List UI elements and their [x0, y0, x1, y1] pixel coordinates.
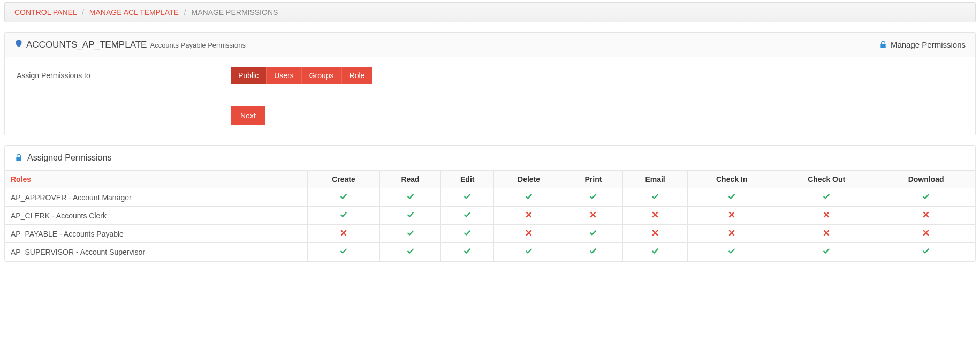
- perm-cell: [877, 225, 975, 243]
- perm-cell: [622, 243, 687, 261]
- check-icon: [407, 193, 414, 200]
- tab-role[interactable]: Role: [341, 67, 373, 84]
- perm-cell: [564, 225, 623, 243]
- check-icon: [407, 229, 414, 237]
- tab-public[interactable]: Public: [231, 67, 266, 84]
- perm-cell: [494, 225, 564, 243]
- role-cell: AP_SUPERVISOR - Account Supervisor: [5, 243, 308, 261]
- check-icon: [340, 247, 347, 255]
- check-icon: [525, 247, 533, 255]
- lock-icon: [14, 154, 23, 162]
- lock-icon: [879, 41, 887, 49]
- table-row: AP_APPROVER - Account Manager: [5, 188, 975, 207]
- check-icon: [922, 193, 930, 200]
- check-icon: [589, 229, 597, 237]
- perm-cell: [776, 225, 877, 243]
- perm-cell: [494, 243, 564, 261]
- column-header: Create: [308, 171, 379, 188]
- perm-cell: [441, 225, 494, 243]
- perm-cell: [776, 188, 877, 207]
- cross-icon: [525, 229, 533, 237]
- manage-permissions-label: Manage Permissions: [891, 40, 966, 49]
- perm-cell: [877, 188, 975, 207]
- perm-cell: [308, 225, 379, 243]
- perm-cell: [622, 225, 687, 243]
- check-icon: [464, 211, 471, 218]
- check-icon: [922, 247, 930, 255]
- role-cell: AP_APPROVER - Account Manager: [5, 188, 308, 207]
- column-header: Print: [564, 171, 623, 188]
- column-header: Check In: [688, 171, 776, 188]
- breadcrumb-link-manage-acl-template[interactable]: MANAGE ACL TEMPLATE: [89, 8, 179, 17]
- table-row: AP_PAYABLE - Accounts Payable: [5, 225, 975, 243]
- check-icon: [464, 193, 471, 200]
- breadcrumb: CONTROL PANEL / MANAGE ACL TEMPLATE / MA…: [4, 2, 976, 22]
- assigned-section-header: Assigned Permissions: [5, 146, 975, 170]
- perm-cell: [494, 188, 564, 207]
- check-icon: [464, 247, 471, 255]
- perm-cell: [308, 207, 379, 225]
- breadcrumb-separator: /: [181, 8, 189, 17]
- breadcrumb-current: MANAGE PERMISSIONS: [192, 8, 278, 17]
- breadcrumb-separator: /: [79, 8, 87, 17]
- check-icon: [340, 193, 347, 200]
- role-cell: AP_CLERK - Accounts Clerk: [5, 207, 308, 225]
- check-icon: [651, 193, 659, 200]
- tab-groups[interactable]: Groups: [301, 67, 341, 84]
- check-icon: [823, 193, 830, 200]
- panel-body: Assign Permissions to Public Users Group…: [5, 57, 975, 135]
- table-head: Roles CreateReadEditDeletePrintEmailChec…: [5, 171, 975, 188]
- perm-cell: [494, 207, 564, 225]
- check-icon: [823, 247, 830, 255]
- perm-cell: [622, 188, 687, 207]
- perm-cell: [564, 243, 623, 261]
- assigned-section-title: Assigned Permissions: [27, 153, 111, 163]
- cross-icon: [651, 211, 659, 218]
- next-button[interactable]: Next: [231, 106, 265, 125]
- check-icon: [728, 247, 735, 255]
- column-header: Email: [622, 171, 687, 188]
- column-header: Check Out: [776, 171, 877, 188]
- perm-cell: [877, 243, 975, 261]
- column-roles: Roles: [5, 171, 308, 188]
- cross-icon: [728, 229, 735, 237]
- permissions-table: Roles CreateReadEditDeletePrintEmailChec…: [5, 170, 975, 261]
- perm-cell: [379, 225, 441, 243]
- perm-cell: [776, 243, 877, 261]
- perm-cell: [688, 188, 776, 207]
- perm-cell: [622, 207, 687, 225]
- perm-cell: [877, 207, 975, 225]
- panel-header-right: Manage Permissions: [879, 40, 966, 49]
- perm-cell: [441, 188, 494, 207]
- perm-cell: [379, 243, 441, 261]
- check-icon: [407, 211, 414, 218]
- template-description: Accounts Payable Permissions: [150, 41, 245, 49]
- perm-cell: [564, 188, 623, 207]
- cross-icon: [823, 229, 830, 237]
- perm-cell: [308, 188, 379, 207]
- table-row: AP_CLERK - Accounts Clerk: [5, 207, 975, 225]
- perm-cell: [441, 207, 494, 225]
- tab-users[interactable]: Users: [266, 67, 301, 84]
- template-name: ACCOUNTS_AP_TEMPLATE: [26, 40, 147, 50]
- cross-icon: [922, 211, 930, 218]
- cross-icon: [728, 211, 735, 218]
- role-cell: AP_PAYABLE - Accounts Payable: [5, 225, 308, 243]
- column-header: Delete: [494, 171, 564, 188]
- check-icon: [651, 247, 659, 255]
- table-row: AP_SUPERVISOR - Account Supervisor: [5, 243, 975, 261]
- panel-header: ACCOUNTS_AP_TEMPLATE Accounts Payable Pe…: [5, 33, 975, 57]
- perm-cell: [308, 243, 379, 261]
- assign-row: Assign Permissions to Public Users Group…: [17, 67, 963, 94]
- assign-tabs: Public Users Groups Role: [231, 67, 372, 84]
- column-header: Edit: [441, 171, 494, 188]
- perm-cell: [776, 207, 877, 225]
- assign-label: Assign Permissions to: [17, 71, 209, 80]
- assigned-permissions-panel: Assigned Permissions Roles CreateReadEdi…: [4, 145, 976, 262]
- check-icon: [728, 193, 735, 200]
- panel-header-left: ACCOUNTS_AP_TEMPLATE Accounts Payable Pe…: [14, 39, 246, 50]
- check-icon: [589, 193, 597, 200]
- perm-cell: [688, 243, 776, 261]
- breadcrumb-link-control-panel[interactable]: CONTROL PANEL: [14, 8, 77, 17]
- cross-icon: [340, 229, 347, 237]
